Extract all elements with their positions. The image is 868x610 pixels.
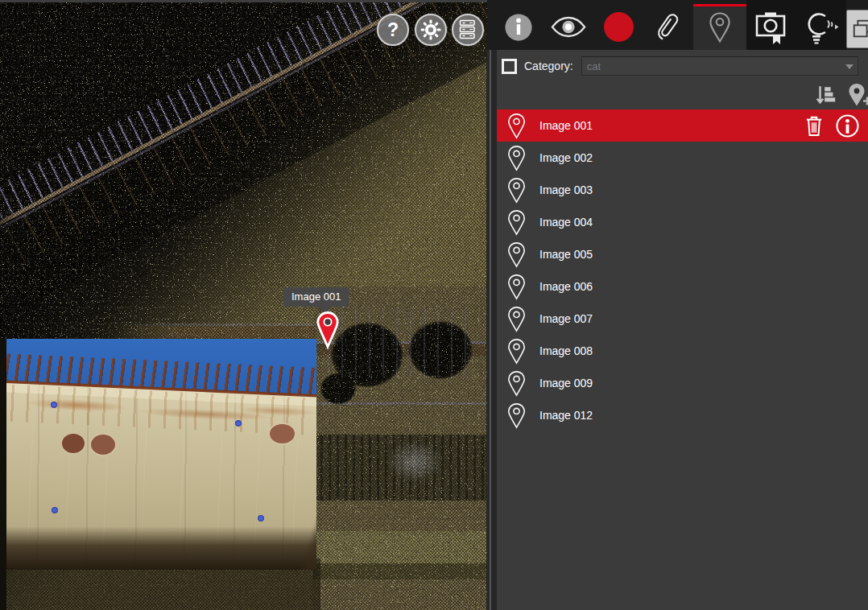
list-item-label: Image 006 [539, 280, 593, 293]
map-pin-icon [506, 145, 527, 171]
tab-visibility[interactable] [544, 0, 593, 50]
image-pin-marker[interactable] [315, 311, 341, 352]
photo-blue-target-dot [235, 420, 242, 427]
category-input[interactable] [581, 56, 858, 76]
question-icon: ? [387, 19, 399, 41]
list-item-label: Image 003 [539, 183, 593, 196]
tab-record[interactable] [593, 0, 643, 50]
settings-button[interactable] [415, 14, 447, 46]
red-circle-icon [604, 12, 634, 42]
map-pin-icon [708, 11, 732, 43]
map-pin-icon [506, 113, 527, 139]
sort-button[interactable] [815, 84, 837, 107]
list-item-label: Image 004 [539, 216, 593, 229]
panel-toggle-button[interactable] [846, 10, 868, 48]
map-pin-icon [506, 209, 527, 236]
tab-snapshot[interactable] [746, 0, 796, 50]
marker-tooltip: Image 001 [283, 287, 349, 307]
list-item[interactable]: Image 007 [497, 303, 868, 335]
photo-blue-target-dot [258, 515, 264, 521]
map-pin-icon [506, 274, 527, 300]
add-pin-button[interactable] [847, 83, 868, 108]
overlapping-windows-icon [851, 18, 868, 40]
pointcloud-viewport[interactable]: Image 001 ? [0, 0, 487, 610]
category-filter-row: Category: [497, 53, 868, 79]
view-list-button[interactable] [452, 14, 484, 46]
list-item[interactable]: Image 004 [497, 206, 868, 238]
camera-bookmark-icon [754, 9, 788, 46]
list-item-label: Image 005 [539, 248, 593, 261]
map-pin-icon [506, 338, 527, 365]
list-item[interactable]: Image 003 [497, 174, 868, 206]
submenu-arrow-icon [835, 24, 839, 29]
map-pin-icon [506, 177, 527, 204]
gear-icon [420, 19, 441, 40]
paperclip-icon [653, 11, 684, 43]
list-item-label: Image 012 [539, 409, 593, 422]
row-actions [804, 113, 868, 138]
tab-attachments[interactable] [643, 0, 693, 50]
photo-rust-spot [268, 422, 296, 445]
application-window: Image 001 ? [0, 0, 868, 610]
list-item-label: Image 007 [539, 312, 593, 325]
info-circle-icon [835, 113, 860, 138]
delete-pin-button[interactable] [804, 114, 824, 137]
tab-image-pins[interactable] [693, 4, 746, 50]
list-item[interactable]: Image 001 [497, 109, 868, 142]
category-input-wrap [581, 56, 858, 76]
list-item[interactable]: Image 006 [497, 270, 868, 303]
list-item[interactable]: Image 012 [497, 399, 868, 431]
pointcloud-left-edge [0, 339, 6, 610]
map-pin-icon [506, 402, 527, 429]
help-button[interactable]: ? [377, 14, 409, 46]
map-pin-icon [506, 241, 527, 268]
list-item[interactable]: Image 002 [497, 142, 868, 174]
marker-tooltip-label: Image 001 [291, 291, 341, 303]
list-item-label: Image 008 [539, 344, 593, 357]
panel-toolbar [487, 0, 868, 50]
pins-panel: Category: [497, 50, 868, 610]
tab-info[interactable] [494, 0, 544, 50]
chevron-down-icon [845, 64, 854, 73]
eye-icon [551, 15, 586, 39]
map-pin-icon [506, 306, 527, 332]
toolbar-spacer [487, 0, 494, 50]
photo-inset[interactable] [6, 339, 316, 570]
tab-illumination[interactable] [796, 0, 846, 50]
photo-blue-target-dot [52, 507, 58, 513]
sort-ascending-icon [815, 84, 837, 107]
photo-rust-spot [60, 432, 86, 455]
toolbar-dark-group [746, 0, 846, 50]
list-tools-row [497, 80, 868, 109]
list-item-label: Image 001 [539, 119, 593, 132]
category-label: Category: [524, 60, 573, 72]
map-pin-icon [315, 311, 341, 349]
list-item[interactable]: Image 005 [497, 238, 868, 270]
image-pin-list: Image 001 [497, 109, 868, 431]
trash-icon [804, 114, 824, 137]
map-pin-icon [506, 370, 527, 397]
photo-blue-target-dot [51, 402, 57, 408]
photo-rust-spot [89, 433, 117, 456]
server-list-icon [458, 19, 477, 40]
list-item[interactable]: Image 008 [497, 335, 868, 367]
lightbulb-icon [803, 9, 840, 46]
info-icon [503, 12, 534, 43]
pin-info-button[interactable] [835, 113, 860, 138]
list-item[interactable]: Image 009 [497, 367, 868, 399]
panel-scrollbar-gutter[interactable] [486, 50, 497, 610]
window-top-strip [0, 0, 487, 2]
category-checkbox[interactable] [502, 59, 517, 74]
list-item-label: Image 002 [539, 151, 593, 164]
add-map-pin-icon [847, 83, 868, 108]
list-item-label: Image 009 [539, 377, 593, 389]
photo-bottom-shadow [6, 526, 316, 570]
